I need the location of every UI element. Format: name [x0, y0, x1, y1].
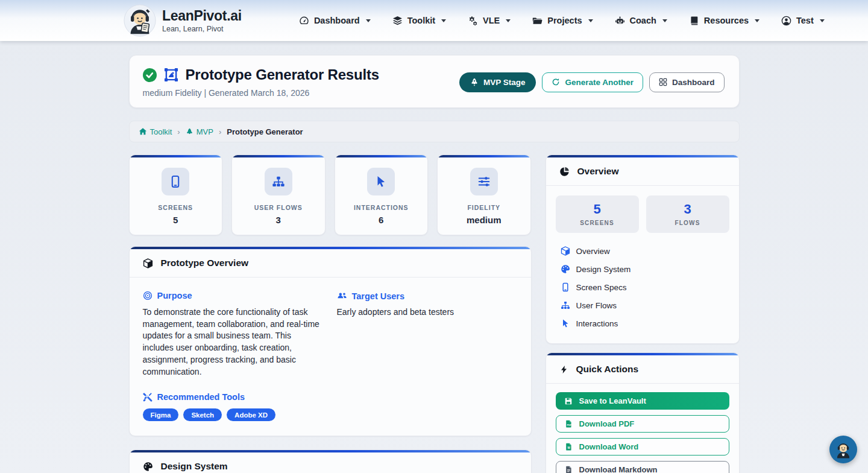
chevron-down-icon [662, 19, 667, 22]
breadcrumb-mvp[interactable]: MVP [186, 127, 213, 136]
page-subtitle: medium Fidelity | Generated March 18, 20… [143, 88, 379, 98]
robot-icon [615, 16, 625, 26]
button-label: Download Word [579, 442, 639, 451]
breadcrumb: Toolkit › MVP › Prototype Generator [129, 121, 740, 142]
nav-item-toolkit[interactable]: Toolkit [392, 16, 446, 26]
rocket-icon [186, 128, 193, 136]
file-pdf-icon: PDF [565, 420, 573, 428]
chevron-down-icon [441, 19, 446, 22]
quick-actions-card: Quick Actions Save to LeanVault PDF Down… [546, 352, 740, 473]
link-label: Interactions [576, 319, 618, 328]
download-markdown-button[interactable]: Download Markdown [556, 461, 729, 473]
nav-item-label: Projects [547, 16, 582, 25]
generate-another-button[interactable]: Generate Another [542, 72, 643, 92]
cube-icon [561, 246, 570, 256]
link-label: Design System [576, 265, 631, 274]
stat-label: SCREENS [130, 204, 222, 211]
stats-row: SCREENS 5 USER FLOWS 3 INTERACTI [129, 154, 532, 235]
mvp-stage-button[interactable]: MVP Stage [459, 72, 536, 92]
coach-chat-button[interactable] [829, 436, 857, 463]
download-word-button[interactable]: W Download Word [556, 438, 729, 456]
recommended-tools-heading: Recommended Tools [143, 392, 324, 402]
panel-title: Prototype Overview [161, 258, 249, 268]
book-icon [689, 16, 699, 26]
brand-name: LeanPivot.ai [162, 8, 242, 24]
page-title: Prototype Generator Results [186, 66, 379, 83]
nav-item-resources[interactable]: Resources [689, 16, 760, 26]
breadcrumb-separator: › [177, 127, 180, 136]
nav-item-coach[interactable]: Coach [615, 16, 667, 26]
stat-card-interactions: INTERACTIONS 6 [335, 154, 429, 235]
button-label: Dashboard [672, 78, 715, 87]
panel-title: Design System [161, 461, 228, 472]
nav-item-label: Test [796, 16, 814, 25]
nav-item-test[interactable]: Test [781, 16, 825, 26]
layers-icon [392, 16, 403, 26]
sidebar-link-screen-specs[interactable]: Screen Specs [558, 278, 727, 296]
svg-text:PDF: PDF [567, 424, 571, 427]
speedometer-icon [299, 16, 309, 26]
phone-icon [561, 282, 570, 292]
stat-value: 6 [335, 215, 428, 225]
dashboard-button[interactable]: Dashboard [649, 72, 725, 92]
cursor-icon [367, 168, 395, 195]
nav-item-vle[interactable]: VLE [468, 16, 511, 26]
nav-item-dashboard[interactable]: Dashboard [299, 16, 371, 26]
refresh-icon [552, 78, 560, 86]
stat-label: USER FLOWS [232, 204, 325, 211]
cursor-icon [561, 319, 570, 328]
tool-badges: Figma Sketch Adobe XD [143, 408, 324, 421]
stat-card-screens: SCREENS 5 [129, 154, 223, 235]
chevron-down-icon [366, 19, 371, 22]
cube-icon [143, 258, 153, 268]
panel-title: Overview [577, 166, 619, 177]
file-word-icon: W [565, 443, 573, 451]
sidebar-link-user-flows[interactable]: User Flows [558, 296, 727, 314]
target-users-column: Target Users Early adopters and beta tes… [337, 291, 518, 421]
stat-value: 5 [130, 215, 222, 225]
purpose-column: Purpose To demonstrate the core function… [143, 291, 324, 421]
nav-menu: Dashboard Toolkit VLE Projects [299, 16, 825, 26]
button-label: Save to LeanVault [579, 396, 646, 405]
phone-icon [162, 168, 189, 195]
purpose-heading: Purpose [143, 291, 324, 300]
home-icon [139, 127, 147, 136]
mascot-logo-icon [124, 4, 156, 37]
link-label: Screen Specs [576, 283, 627, 292]
sidebar-stat-flows: 3 FLOWS [646, 195, 729, 233]
results-header-card: Prototype Generator Results medium Fidel… [129, 55, 740, 108]
sitemap-icon [265, 168, 292, 195]
sidebar-link-overview[interactable]: Overview [558, 242, 727, 260]
sitemap-icon [561, 300, 570, 310]
gears-icon [468, 16, 478, 26]
breadcrumb-toolkit[interactable]: Toolkit [139, 127, 172, 136]
chevron-down-icon [820, 19, 825, 22]
bolt-icon [559, 365, 568, 374]
palette-icon [561, 264, 570, 274]
nav-item-label: Dashboard [314, 16, 360, 25]
tools-icon [143, 392, 153, 402]
stat-label: FLOWS [646, 220, 729, 226]
brand-logo[interactable]: LeanPivot.ai Lean, Learn, Pivot [124, 4, 242, 37]
save-to-leanvault-button[interactable]: Save to LeanVault [556, 392, 729, 410]
tool-badge: Figma [143, 408, 179, 421]
sliders-icon [470, 168, 498, 195]
button-label: Download Markdown [579, 465, 658, 473]
download-pdf-button[interactable]: PDF Download PDF [556, 415, 729, 433]
stat-value: medium [438, 215, 530, 225]
breadcrumb-label: Toolkit [150, 127, 172, 136]
pie-chart-icon [559, 167, 570, 177]
sidebar-stats: 5 SCREENS 3 FLOWS [556, 195, 729, 233]
rocket-icon [470, 78, 479, 86]
nav-item-label: VLE [483, 16, 500, 25]
nav-item-label: Toolkit [407, 16, 435, 25]
vector-square-icon [163, 67, 179, 83]
sidebar-link-design-system[interactable]: Design System [558, 260, 727, 278]
stat-value: 3 [232, 215, 325, 225]
nav-item-label: Resources [704, 16, 749, 25]
sidebar-link-interactions[interactable]: Interactions [558, 314, 727, 332]
palette-icon [143, 462, 153, 472]
nav-item-projects[interactable]: Projects [532, 16, 593, 26]
svg-text:W: W [567, 446, 570, 449]
person-circle-icon [781, 16, 791, 26]
